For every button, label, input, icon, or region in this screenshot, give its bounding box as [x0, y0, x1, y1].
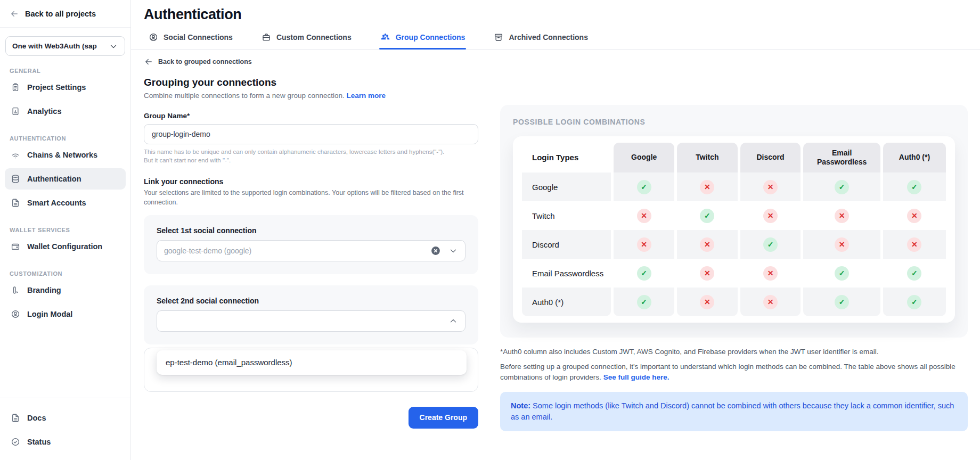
table-row: Google✓✕✕✓✓ [522, 172, 946, 201]
sidebar-item-wallet-configuration[interactable]: Wallet Configuration [5, 236, 126, 257]
full-guide-link[interactable]: See full guide here. [603, 373, 669, 381]
sidebar-item-label: Chains & Networks [27, 151, 97, 159]
brand-icon [11, 285, 20, 295]
file-icon [11, 413, 20, 423]
combination-cell: ✕ [740, 201, 801, 230]
combination-cell: ✕ [803, 230, 880, 259]
check-icon: ✓ [835, 266, 849, 281]
first-connection-label: Select 1st social connection [157, 226, 466, 235]
link-connections-title: Link your connections [144, 177, 478, 186]
content-row: Back to grouped connections Grouping you… [131, 50, 980, 460]
combination-cell: ✓ [614, 288, 674, 316]
form-subtitle-text: Combine multiple connections to form a n… [144, 92, 345, 100]
tab-social-connections[interactable]: Social Connections [148, 32, 234, 49]
check-icon: ✓ [637, 180, 651, 194]
sidebar-item-authentication[interactable]: Authentication [5, 168, 126, 190]
combination-cell: ✕ [803, 201, 880, 230]
sidebar-item-label: Project Settings [27, 83, 86, 92]
check-circle-icon [11, 437, 20, 447]
second-connection-label: Select 2nd social connection [157, 297, 466, 305]
create-group-button[interactable]: Create Group [409, 407, 478, 429]
back-to-projects-link[interactable]: Back to all projects [0, 0, 130, 28]
combination-cell: ✓ [740, 230, 801, 259]
table-row: Discord✕✕✓✕✕ [522, 230, 946, 259]
back-to-grouped-connections-link[interactable]: Back to grouped connections [144, 57, 478, 67]
group-form: Back to grouped connections Grouping you… [144, 50, 478, 460]
combination-cell: ✓ [883, 172, 946, 201]
chevron-down-icon [109, 42, 118, 51]
check-icon: ✓ [763, 237, 778, 252]
column-header-auth0: Auth0 (*) [883, 143, 946, 172]
sidebar-item-branding[interactable]: Branding [5, 280, 126, 301]
sidebar-item-label: Authentication [27, 175, 81, 183]
cross-icon: ✕ [700, 237, 714, 252]
combination-cell: ✕ [614, 201, 674, 230]
sidebar-item-label: Docs [27, 414, 46, 422]
sidebar-section-label-authentication: AUTHENTICATION [10, 135, 121, 142]
form-title: Grouping your connections [144, 77, 478, 88]
combinations-column: POSSIBLE LOGIN COMBINATIONS Login TypesG… [500, 105, 968, 460]
table-row: Twitch✕✓✕✕✕ [522, 201, 946, 230]
cross-icon: ✕ [763, 209, 778, 223]
sidebar-footer: DocsStatus [0, 398, 130, 460]
first-connection-select[interactable]: google-test-demo (google) [157, 240, 466, 261]
check-icon: ✓ [637, 295, 651, 309]
main-area: Authentication Social ConnectionsCustom … [131, 0, 980, 460]
tab-label: Group Connections [396, 33, 466, 42]
sidebar-item-chains-networks[interactable]: Chains & Networks [5, 144, 126, 166]
sidebar-item-docs[interactable]: Docs [5, 407, 126, 429]
combinations-table: Login TypesGoogleTwitchDiscordEmail Pass… [519, 143, 949, 316]
combination-cell: ✓ [803, 172, 880, 201]
sidebar-item-project-settings[interactable]: Project Settings [5, 77, 126, 98]
row-label-discord: Discord [522, 230, 611, 259]
row-label-email-passwordless: Email Passwordless [522, 259, 611, 288]
combination-cell: ✕ [740, 288, 801, 316]
sidebar-item-label: Analytics [27, 107, 61, 116]
combinations-heading: POSSIBLE LOGIN COMBINATIONS [513, 118, 955, 126]
column-header-email-passwordless: Email Passwordless [803, 143, 880, 172]
link-connections-description: Your selections are limited to the suppo… [144, 188, 478, 208]
tab-bar: Social ConnectionsCustom ConnectionsGrou… [131, 32, 980, 50]
sidebar-item-analytics[interactable]: Analytics [5, 101, 126, 122]
tab-archived-connections[interactable]: Archived Connections [493, 32, 589, 49]
combination-cell: ✕ [740, 259, 801, 288]
clear-selection-icon[interactable] [430, 245, 441, 256]
learn-more-link[interactable]: Learn more [346, 92, 386, 100]
combination-cell: ✓ [677, 201, 738, 230]
group-name-input[interactable] [144, 124, 478, 144]
project-selector[interactable]: One with Web3Auth (sap [5, 36, 125, 56]
sidebar-item-status[interactable]: Status [5, 431, 126, 453]
sidebar-item-label: Smart Accounts [27, 199, 86, 207]
sidebar-item-smart-accounts[interactable]: Smart Accounts [5, 192, 126, 213]
tab-group-connections[interactable]: Group Connections [379, 32, 467, 49]
combinations-panel: POSSIBLE LOGIN COMBINATIONS Login TypesG… [500, 105, 968, 338]
dropdown-option[interactable]: ep-test-demo (email_passwordless) [157, 350, 467, 375]
check-icon: ✓ [907, 266, 921, 281]
cross-icon: ✕ [907, 237, 921, 252]
combinations-table-head: Login TypesGoogleTwitchDiscordEmail Pass… [522, 143, 946, 172]
cross-icon: ✕ [700, 295, 714, 309]
first-connection-card: Select 1st social connection google-test… [144, 215, 478, 274]
sidebar-item-login-modal[interactable]: Login Modal [5, 303, 126, 325]
cross-icon: ✕ [637, 237, 651, 252]
note-box: Note: Some login methods (like Twitch an… [500, 392, 968, 431]
tab-custom-connections[interactable]: Custom Connections [260, 32, 353, 49]
combination-cell: ✓ [883, 259, 946, 288]
analytics-icon [11, 106, 20, 116]
project-selector-value: One with Web3Auth (sap [12, 42, 97, 50]
combinations-header-row: Login TypesGoogleTwitchDiscordEmail Pass… [522, 143, 946, 172]
wifi-icon [11, 150, 20, 160]
check-icon: ✓ [637, 266, 651, 281]
cross-icon: ✕ [700, 266, 714, 281]
sidebar-item-label: Wallet Configuration [27, 242, 102, 251]
second-connection-select[interactable] [157, 310, 466, 332]
combination-cell: ✓ [803, 259, 880, 288]
combination-cell: ✕ [614, 230, 674, 259]
sidebar-item-label: Status [27, 438, 51, 446]
sidebar-section-label-wallet-services: WALLET SERVICES [10, 227, 121, 233]
arrow-left-icon [144, 57, 153, 67]
tab-label: Social Connections [164, 33, 233, 42]
combination-cell: ✓ [614, 172, 674, 201]
back-to-projects-label: Back to all projects [25, 10, 96, 18]
tab-label: Archived Connections [509, 33, 588, 42]
